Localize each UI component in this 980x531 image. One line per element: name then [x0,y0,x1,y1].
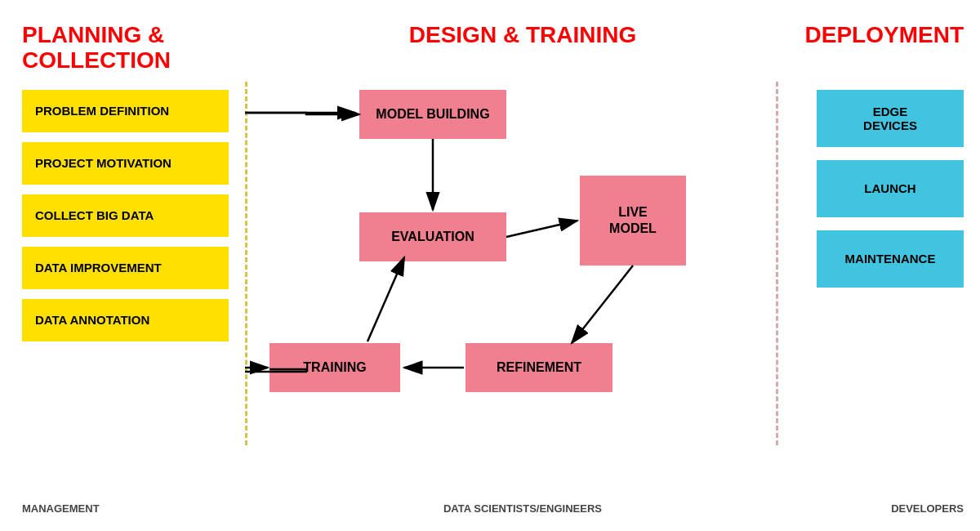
planning-column: PROBLEM DEFINITION PROJECT MOTIVATION CO… [0,82,245,494]
model-building-box: MODEL BUILDING [359,90,506,139]
svg-line-6 [368,257,404,341]
deployment-header: DEPLOYMENT [800,23,980,74]
deployment-column: EDGEDEVICES LAUNCH MAINTENANCE [800,82,980,494]
project-motivation-box: PROJECT MOTIVATION [22,142,229,185]
live-model-box: LIVEMODEL [580,176,686,266]
planning-title: PLANNING & COLLECTION [22,23,245,74]
svg-line-3 [506,221,577,237]
arrows-overlay [245,82,800,494]
collect-big-data-box: COLLECT BIG DATA [22,194,229,237]
training-box: TRAINING [270,343,400,392]
design-column: MODEL BUILDING EVALUATION LIVEMODEL TRAI… [245,82,800,494]
problem-definition-box: PROBLEM DEFINITION [22,90,229,132]
svg-line-4 [572,266,633,343]
launch-box: LAUNCH [817,160,964,217]
data-improvement-box: DATA IMPROVEMENT [22,247,229,289]
footer-row: MANAGEMENT DATA SCIENTISTS/ENGINEERS DEV… [0,494,980,531]
deployment-title: DEPLOYMENT [800,23,964,48]
design-header: DESIGN & TRAINING [245,23,800,74]
header-row: PLANNING & COLLECTION DESIGN & TRAINING … [0,0,980,82]
planning-header: PLANNING & COLLECTION [0,23,245,74]
footer-developers: DEVELOPERS [800,502,980,515]
footer-engineers: DATA SCIENTISTS/ENGINEERS [245,502,800,515]
footer-management: MANAGEMENT [0,502,245,515]
data-annotation-box: DATA ANNOTATION [22,299,229,341]
content-area: PROBLEM DEFINITION PROJECT MOTIVATION CO… [0,82,980,494]
ml-pipeline-diagram: PLANNING & COLLECTION DESIGN & TRAINING … [0,0,980,531]
refinement-box: REFINEMENT [466,343,612,392]
edge-devices-box: EDGEDEVICES [817,90,964,147]
maintenance-box: MAINTENANCE [817,230,964,288]
evaluation-box: EVALUATION [359,212,506,261]
design-title: DESIGN & TRAINING [245,23,800,48]
